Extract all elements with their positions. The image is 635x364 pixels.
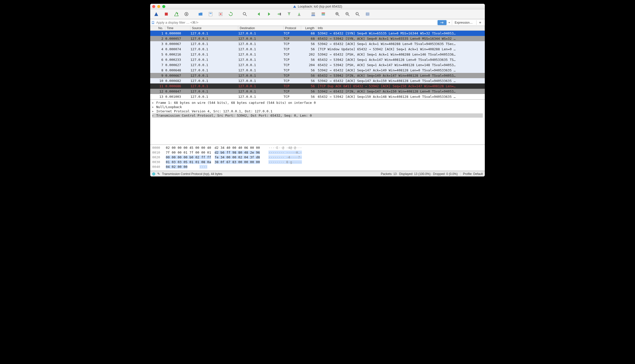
packet-row[interactable]: 90.000667127.0.0.1127.0.0.1TCP5665432 → … [150, 73, 485, 78]
packet-list-pane[interactable]: No. Time Source Destination Protocol Len… [150, 26, 485, 100]
go-forward-button[interactable] [264, 10, 273, 18]
packet-row[interactable]: 110.000686127.0.0.1127.0.0.1TCP56[TCP Du… [150, 83, 485, 89]
expression-button[interactable]: Expression… [452, 20, 475, 25]
col-header-info[interactable]: Info [316, 26, 485, 30]
stop-capture-button[interactable] [162, 10, 171, 18]
add-filter-button[interactable]: + [476, 20, 484, 25]
resize-columns-button[interactable] [363, 10, 372, 18]
expand-icon[interactable]: ▶ [152, 101, 155, 104]
byte-offset: 0040 [152, 165, 162, 170]
col-header-no[interactable]: No. [150, 26, 165, 30]
bytes-row[interactable]: 004004 02 00 00···· [152, 165, 483, 170]
zoom-reset-button[interactable]: 1 [353, 10, 362, 18]
bytes-row[interactable]: 00107f 00 00 01 7f 00 00 01d2 b6 ff 98 8… [152, 151, 483, 155]
packet-row[interactable]: 70.000627127.0.0.1127.0.0.1TCP20465432 →… [150, 62, 485, 68]
start-capture-button[interactable] [152, 10, 161, 18]
zoom-in-button[interactable] [333, 10, 342, 18]
packet-row[interactable]: 100.000682127.0.0.1127.0.0.1TCP5653942 →… [150, 78, 485, 83]
bytes-row[interactable]: 000002 00 00 00 45 00 00 40d2 34 40 00 4… [152, 146, 483, 151]
byte-hex-group: 00 00 00 00 b0 02 ff ff [166, 155, 211, 160]
expert-info-button[interactable] [152, 172, 155, 175]
proto-tree-row[interactable]: ▶Frame 1: 68 bytes on wire (544 bits), 6… [152, 101, 483, 105]
close-file-button[interactable] [216, 10, 225, 18]
proto-tree-row[interactable]: ▶Internet Protocol Version 4, Src: 127.0… [152, 109, 483, 113]
col-header-source[interactable]: Source [190, 26, 238, 30]
minimize-window-button[interactable] [157, 5, 160, 8]
apply-filter-button[interactable] [438, 20, 447, 25]
packet-row[interactable]: 20.000057127.0.0.1127.0.0.1TCP6865432 → … [150, 36, 485, 41]
colorize-button[interactable] [319, 10, 328, 18]
open-file-button[interactable] [196, 10, 205, 18]
expand-icon[interactable]: ▶ [152, 110, 155, 113]
byte-ascii: ········ ·····H.· [268, 151, 302, 155]
packet-cell-src: 127.0.0.1 [190, 78, 238, 83]
packet-row[interactable]: 120.000847127.0.0.1127.0.0.1TCP5653942 →… [150, 89, 485, 94]
byte-hex-group: d2 34 40 00 40 06 00 00 [215, 146, 260, 151]
packet-cell-dst: 127.0.0.1 [238, 47, 284, 52]
col-header-destination[interactable]: Destination [238, 26, 284, 30]
expand-icon[interactable]: ▶ [152, 114, 155, 117]
packet-row[interactable]: 40.000074127.0.0.1127.0.0.1TCP56[TCP Win… [150, 47, 485, 52]
auto-scroll-button[interactable] [309, 10, 318, 18]
proto-tree-row[interactable]: ▶Transmission Control Protocol, Src Port… [152, 113, 483, 118]
go-back-button[interactable] [254, 10, 263, 18]
bytes-row[interactable]: 003001 03 03 05 01 01 08 0a38 0f 67 83 0… [152, 160, 483, 165]
packet-bytes-pane[interactable]: 000002 00 00 00 45 00 00 40d2 34 40 00 4… [150, 145, 485, 171]
go-to-last-button[interactable] [295, 10, 304, 18]
packet-cell-dst: 127.0.0.1 [238, 94, 284, 99]
go-to-first-button[interactable] [285, 10, 294, 18]
packet-cell-no: 11 [150, 83, 165, 89]
byte-hex-group: 38 0f 67 83 00 00 00 00 [215, 160, 260, 165]
packet-cell-info: 65432 → 53942 [FIN, ACK] Seq=149 Ack=147… [316, 73, 485, 78]
packet-row[interactable]: 130.001003127.0.0.1127.0.0.1TCP5665432 →… [150, 94, 485, 99]
byte-hex-group: 04 02 00 00 [166, 165, 187, 170]
packet-cell-len: 56 [301, 47, 316, 52]
svg-line-21 [338, 15, 339, 16]
packet-cell-proto: TCP [284, 94, 301, 99]
packet-row[interactable]: 10.000000127.0.0.1127.0.0.1TCP6853942 → … [150, 31, 485, 36]
packet-cell-dst: 127.0.0.1 [238, 89, 284, 94]
packet-cell-dst: 127.0.0.1 [238, 68, 284, 73]
restart-capture-button[interactable] [172, 10, 181, 18]
save-file-button[interactable] [206, 10, 215, 18]
packet-cell-dst: 127.0.0.1 [238, 41, 284, 47]
byte-ascii: ········ 8·g····· [268, 160, 302, 165]
bytes-row[interactable]: 002000 00 00 00 b0 02 ff fffe 34 00 00 0… [152, 155, 483, 160]
packet-list-header[interactable]: No. Time Source Destination Protocol Len… [150, 26, 485, 31]
col-header-protocol[interactable]: Protocol [284, 26, 301, 30]
window-title: Loopback: lo0 (tcp port 65432) [152, 5, 483, 8]
packet-row[interactable]: 80.000648127.0.0.1127.0.0.1TCP5653942 → … [150, 68, 485, 73]
packet-cell-proto: TCP [284, 31, 301, 36]
edit-capture-comment-button[interactable]: ✎ [157, 172, 160, 176]
go-to-packet-button[interactable] [274, 10, 284, 18]
packet-cell-time: 0.000233 [165, 57, 190, 62]
packet-cell-info: 65432 → 53942 [PSH, ACK] Seq=1 Ack=147 W… [316, 62, 485, 68]
zoom-out-button[interactable] [343, 10, 352, 18]
find-packet-button[interactable] [240, 10, 249, 18]
packet-details-pane[interactable]: ▶Frame 1: 68 bytes on wire (544 bits), 6… [150, 100, 485, 145]
close-window-button[interactable] [152, 5, 155, 8]
expand-icon[interactable]: ▶ [152, 106, 155, 108]
packet-row[interactable]: 30.000067127.0.0.1127.0.0.1TCP5653942 → … [150, 41, 485, 47]
display-filter-bar: ▾ Expression… + [150, 19, 485, 26]
filter-dropdown-icon[interactable]: ▾ [448, 21, 451, 24]
reload-button[interactable] [226, 10, 235, 18]
packet-row[interactable]: 60.000233127.0.0.1127.0.0.1TCP5665432 → … [150, 57, 485, 62]
capture-options-button[interactable] [182, 10, 191, 18]
maximize-window-button[interactable] [162, 5, 165, 8]
packet-cell-src: 127.0.0.1 [190, 31, 238, 36]
packet-cell-dst: 127.0.0.1 [238, 36, 284, 41]
col-header-time[interactable]: Time [165, 26, 190, 30]
packet-cell-proto: TCP [284, 68, 301, 73]
packet-cell-proto: TCP [284, 62, 301, 68]
packet-cell-proto: TCP [284, 36, 301, 41]
svg-rect-17 [322, 13, 325, 13]
col-header-length[interactable]: Length [301, 26, 316, 30]
proto-tree-row[interactable]: ▶Null/Loopback [152, 105, 483, 109]
packet-row[interactable]: 50.000216127.0.0.1127.0.0.1TCP20253942 →… [150, 52, 485, 57]
window-controls [152, 5, 165, 8]
status-profile[interactable]: Profile: Default [460, 172, 483, 176]
display-filter-input[interactable] [156, 20, 436, 25]
bookmark-icon[interactable] [151, 21, 155, 24]
svg-point-8 [243, 12, 246, 15]
